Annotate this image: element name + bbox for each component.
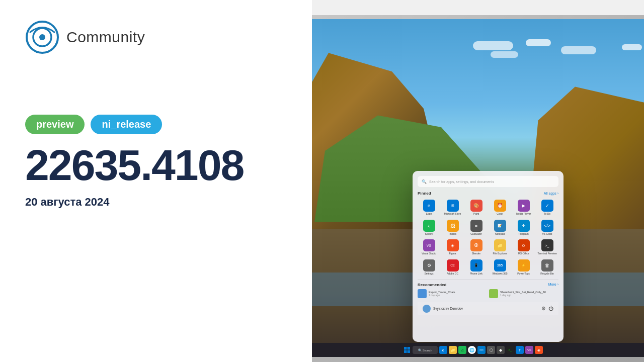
taskbar-extra6[interactable]: ◈ (535, 346, 543, 354)
pinned-title: Pinned (418, 191, 431, 196)
pinned-label-row: Pinned All apps › (418, 191, 558, 196)
list-item[interactable]: ⚡ PowerToys (512, 258, 535, 277)
list-item[interactable]: ▶ Media Player (512, 198, 535, 217)
start-menu: 🔍 Search for apps, settings, and documen… (413, 171, 564, 342)
list-item[interactable]: ✈ Telegram (512, 218, 535, 237)
laptop-body: 🔍 Search for apps, settings, and documen… (312, 15, 644, 362)
badge-preview: preview (25, 115, 85, 134)
app-grid: e Edge ⊞ Microsoft Store 🎨 Paint ⏰ (418, 198, 558, 277)
list-item[interactable]: 🖼 Photos (441, 218, 464, 237)
taskbar-spotify[interactable]: ♫ (458, 346, 466, 354)
rec-item-time: 1 day ago (500, 294, 546, 297)
recommended-title: Recommended (418, 283, 446, 287)
list-item[interactable]: </> VS Code (536, 218, 558, 237)
taskbar-edge[interactable]: e (439, 346, 447, 354)
list-item[interactable]: 🎨 Paint (465, 198, 488, 217)
rec-item-time: 1 day ago (429, 294, 455, 297)
svg-rect-4 (408, 347, 411, 350)
list-item[interactable]: 📝 Notepad (489, 218, 511, 237)
list-item[interactable]: Cc Adobe CC (441, 258, 464, 277)
user-actions: ⚙ ⏻ (541, 306, 553, 311)
list-item[interactable]: ⚙ Settings (418, 258, 440, 277)
logo-text: Community (66, 29, 145, 46)
taskbar-extra4[interactable]: T (516, 346, 524, 354)
taskbar-file-explorer[interactable]: 📁 (449, 346, 457, 354)
list-item[interactable]: 365 Windows 365 (489, 258, 511, 277)
svg-rect-3 (404, 347, 407, 350)
list-item[interactable]: ✓ To Do (536, 198, 558, 217)
list-item[interactable]: Export_Teams_Chats 1 day ago (418, 289, 487, 298)
start-button[interactable] (403, 346, 411, 354)
left-panel: Community preview ni_release 22635.4108 … (0, 0, 312, 362)
list-item[interactable]: O MS Office (512, 238, 535, 257)
release-date: 20 августа 2024 (25, 196, 287, 209)
search-taskbar[interactable]: 🔍 Search (413, 346, 438, 354)
laptop-screen: 🔍 Search for apps, settings, and documen… (312, 19, 644, 357)
list-item[interactable]: ⏰ Clock (489, 198, 511, 217)
svg-rect-6 (408, 350, 411, 353)
list-item[interactable]: = Calculator (465, 218, 488, 237)
badge-release: ni_release (91, 115, 162, 134)
taskbar-chrome[interactable]: 🌐 (468, 346, 476, 354)
list-item[interactable]: VS Visual Studio (418, 238, 440, 257)
list-item[interactable]: 📱 Phone Link (465, 258, 488, 277)
user-name: Svyatoslav Demidov (433, 307, 463, 310)
svg-rect-5 (404, 350, 407, 353)
list-item[interactable]: ♫ Spotify (418, 218, 440, 237)
laptop-mockup: 🔍 Search for apps, settings, and documen… (312, 15, 644, 362)
power-icon[interactable]: ⏻ (548, 306, 553, 311)
recommended-items: Export_Teams_Chats 1 day ago SharePoint_… (418, 289, 558, 298)
list-item[interactable]: ◈ Figma (441, 238, 464, 257)
settings-icon[interactable]: ⚙ (541, 306, 546, 311)
list-item[interactable]: ⊞ Microsoft Store (441, 198, 464, 217)
list-item[interactable]: 🗑 Recycle Bin (536, 258, 558, 277)
taskbar-extra2[interactable]: ◆ (497, 346, 505, 354)
list-item[interactable]: e Edge (418, 198, 440, 217)
rec-label-row: Recommended More › (418, 283, 558, 287)
avatar (423, 305, 431, 313)
taskbar-extra1[interactable]: ⬡ (487, 346, 495, 354)
user-info: Svyatoslav Demidov (423, 305, 463, 313)
community-logo-icon (25, 20, 59, 54)
recommended-more[interactable]: More › (548, 283, 558, 287)
taskbar-vscode[interactable]: </> (477, 346, 486, 354)
badges-container: preview ni_release (25, 115, 287, 134)
svg-point-2 (39, 34, 45, 40)
list-item[interactable]: 📁 File Explorer (489, 238, 511, 257)
start-search[interactable]: 🔍 Search for apps, settings, and documen… (418, 176, 558, 187)
logo-area: Community (25, 20, 287, 54)
all-apps-link[interactable]: All apps › (544, 192, 558, 195)
list-item[interactable]: ⦿ Blender (465, 238, 488, 257)
list-item[interactable]: >_ Terminal Preview (536, 238, 558, 257)
recommended-section: Recommended More › Export_Teams_Chats 1 … (418, 280, 558, 298)
taskbar-extra3[interactable]: >_ (506, 346, 514, 354)
version-number: 22635.4108 (25, 143, 287, 187)
list-item[interactable]: SharePoint_Site_Set_Read_Only_All 1 day … (489, 289, 558, 298)
taskbar-center: 🔍 Search e 📁 ♫ 🌐 </> ⬡ ◆ >_ T VS ◈ (403, 346, 543, 354)
user-bar: Svyatoslav Demidov ⚙ ⏻ (418, 302, 558, 315)
search-placeholder: Search for apps, settings, and documents (429, 180, 494, 184)
taskbar-extra5[interactable]: VS (525, 346, 533, 354)
right-panel: 🔍 Search for apps, settings, and documen… (312, 0, 644, 362)
taskbar: 🔍 Search e 📁 ♫ 🌐 </> ⬡ ◆ >_ T VS ◈ (312, 343, 644, 357)
